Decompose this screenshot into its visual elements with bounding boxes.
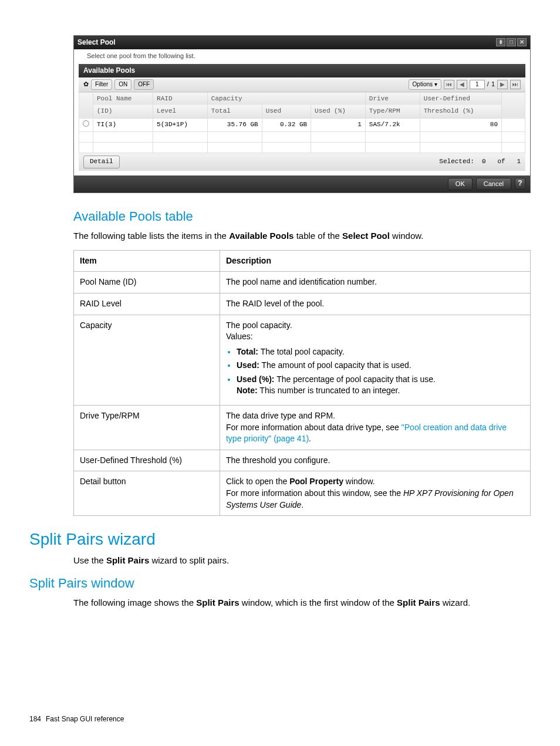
col-pool-id: (ID) (93, 105, 153, 118)
options-button[interactable]: Options ▾ (409, 79, 441, 90)
page-current-input[interactable]: 1 (470, 80, 485, 89)
cell-cap-total: 35.76 GB (207, 118, 262, 131)
intro-paragraph: The following table lists the items in t… (73, 229, 531, 242)
page-footer: 184 Fast Snap GUI reference (29, 714, 531, 724)
page-prev-icon[interactable]: ◀ (457, 80, 467, 89)
page-first-icon[interactable]: ⏮ (444, 80, 454, 89)
heading-split-pairs-window: Split Pairs window (29, 575, 531, 593)
help-button[interactable]: ? (515, 178, 525, 190)
table-toolbar: ✿ Filter ON OFF Options ▾ ⏮ ◀ 1 / 1 ▶ ⏭ (79, 77, 525, 92)
row-radio[interactable] (79, 118, 93, 131)
ok-button[interactable]: OK (448, 178, 473, 190)
page-next-icon[interactable]: ▶ (497, 80, 508, 89)
cell-raid-level: 5(3D+1P) (153, 118, 208, 131)
page-sep: / (487, 80, 489, 89)
table-row: Capacity The pool capacity. Values: Tota… (74, 315, 531, 406)
detail-button[interactable]: Detail (83, 156, 120, 168)
col-capacity: Capacity (207, 92, 365, 105)
cancel-button[interactable]: Cancel (476, 178, 511, 190)
table-row: Detail button Click to open the Pool Pro… (74, 471, 531, 516)
col-cap-usedpct: Used (%) (311, 105, 366, 118)
restore-icon[interactable]: □ (507, 38, 516, 46)
col-blank (502, 92, 525, 118)
close-icon[interactable]: ✕ (517, 38, 527, 46)
heading-available-pools-table: Available Pools table (73, 208, 531, 226)
titlebar: Select Pool ⇟ □ ✕ (74, 36, 530, 49)
table-row: Pool Name (ID) The pool name and identif… (74, 272, 531, 293)
filter-button[interactable]: Filter (91, 79, 112, 90)
available-pools-table: Pool Name RAID Capacity Drive User-Defin… (79, 92, 525, 153)
split-pairs-window-intro: The following image shows the Split Pair… (73, 596, 531, 609)
col-drive-type: Type/RPM (365, 105, 420, 118)
dialog-footer: OK Cancel ? (74, 175, 530, 193)
doctable-head-item: Item (74, 250, 220, 272)
documentation-table: Item Description Pool Name (ID) The pool… (73, 250, 531, 517)
pin-icon[interactable]: ⇟ (496, 38, 505, 46)
table-footer: Detail Selected: 0 of 1 (79, 153, 525, 170)
col-udt-thresh: Threshold (%) (420, 105, 501, 118)
window-title: Select Pool (77, 38, 116, 48)
select-pool-window: Select Pool ⇟ □ ✕ Select one pool from t… (73, 35, 531, 193)
selection-status: Selected: 0 of 1 (439, 157, 521, 166)
table-row: User-Defined Threshold (%) The threshold… (74, 450, 531, 471)
page-number: 184 (29, 714, 41, 724)
filter-off-button[interactable]: OFF (134, 79, 154, 90)
split-pairs-wizard-intro: Use the Split Pairs wizard to split pair… (73, 554, 531, 566)
col-select (79, 92, 93, 118)
table-row[interactable]: TI(3) 5(3D+1P) 35.76 GB 0.32 GB 1 SAS/7.… (79, 118, 525, 131)
cell-cap-used: 0.32 GB (262, 118, 311, 131)
titlebar-controls: ⇟ □ ✕ (496, 38, 527, 46)
table-row (79, 132, 525, 143)
page-last-icon[interactable]: ⏭ (510, 80, 521, 89)
cell-pool-name: TI(3) (93, 118, 153, 131)
col-udt: User-Defined (420, 92, 501, 105)
table-row: Drive Type/RPM The data drive type and R… (74, 406, 531, 450)
page-total: 1 (491, 80, 495, 89)
cell-udt-thresh: 80 (420, 118, 501, 131)
col-pool-name: Pool Name (93, 92, 153, 105)
cell-drive-type: SAS/7.2k (365, 118, 420, 131)
doctable-head-desc: Description (220, 250, 530, 272)
available-pools-header: Available Pools (79, 64, 525, 77)
window-subtitle: Select one pool from the following list. (74, 49, 530, 64)
col-cap-used: Used (262, 105, 311, 118)
footer-text: Fast Snap GUI reference (46, 714, 124, 724)
heading-split-pairs-wizard: Split Pairs wizard (29, 528, 531, 551)
col-raid-level: Level (153, 105, 208, 118)
filter-on-button[interactable]: ON (114, 79, 131, 90)
col-raid: RAID (153, 92, 208, 105)
table-row: RAID Level The RAID level of the pool. (74, 293, 531, 315)
cell-cap-usedpct: 1 (311, 118, 366, 131)
col-drive: Drive (365, 92, 420, 105)
col-cap-total: Total (207, 105, 262, 118)
table-row (79, 143, 525, 153)
